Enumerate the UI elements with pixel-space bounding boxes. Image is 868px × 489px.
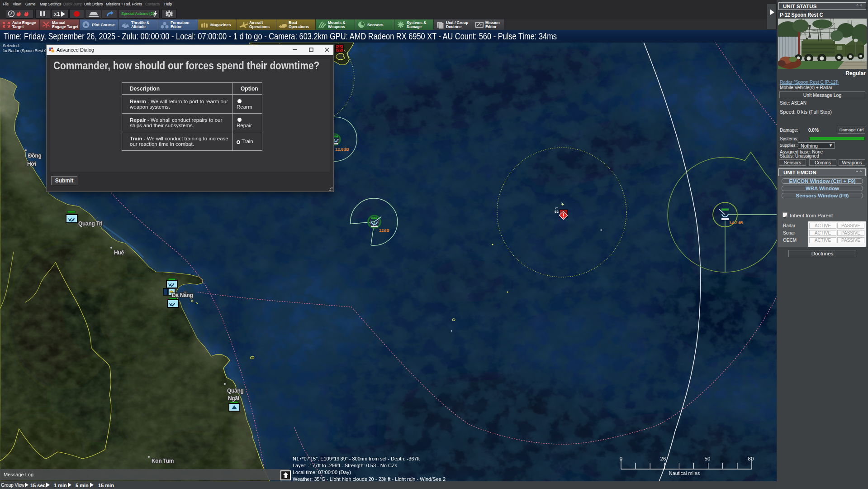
- svg-text:Hới: Hới: [27, 161, 36, 167]
- svg-text:Kon Tum: Kon Tum: [152, 458, 174, 464]
- svg-text:Đồng: Đồng: [28, 153, 41, 159]
- svg-text:Đà Nẵng: Đà Nẵng: [172, 292, 193, 298]
- svg-text:Nautical miles: Nautical miles: [669, 470, 700, 476]
- svg-text:12.8dB: 12.8dB: [335, 147, 349, 152]
- svg-text:92: 92: [555, 210, 559, 214]
- svg-text:26: 26: [660, 456, 666, 461]
- svg-text:Ngãi: Ngãi: [228, 395, 239, 402]
- svg-text:0: 0: [620, 456, 622, 461]
- svg-text:Quang Tri: Quang Tri: [78, 221, 102, 227]
- svg-text:Huế: Huế: [114, 249, 124, 256]
- svg-text:50: 50: [705, 456, 711, 461]
- svg-text:14.2dB: 14.2dB: [729, 220, 743, 225]
- svg-text:12dB: 12dB: [379, 228, 389, 233]
- svg-text:80: 80: [748, 456, 754, 461]
- svg-text:Quảng: Quảng: [227, 388, 244, 394]
